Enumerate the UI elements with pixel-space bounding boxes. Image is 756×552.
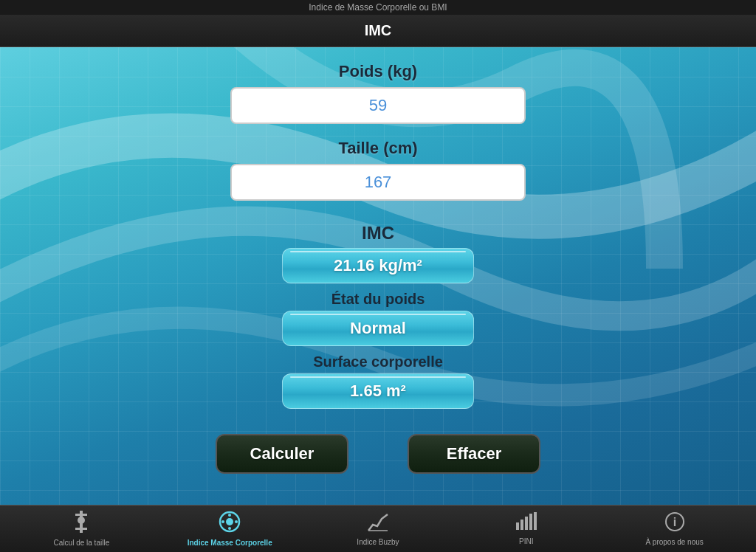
weight-input[interactable] — [232, 89, 524, 123]
action-buttons: Calculer Effacer — [216, 434, 540, 474]
clear-button[interactable]: Effacer — [408, 434, 540, 474]
svg-point-9 — [235, 520, 238, 523]
etat-value: Normal — [350, 319, 406, 338]
tab-pini-label: PINI — [519, 537, 533, 546]
tab-calcul-taille[interactable]: Calcul de la taille — [7, 506, 156, 552]
height-input-container — [230, 164, 526, 201]
height-label: Taille (cm) — [338, 139, 417, 158]
top-bar-title: Indice de Masse Corporelle ou BMI — [309, 2, 447, 13]
tab-buzby[interactable]: Indice Buzby — [304, 506, 453, 552]
imc-title: IMC — [362, 223, 394, 244]
pini-icon — [515, 512, 537, 536]
svg-rect-11 — [516, 522, 519, 530]
surface-label: Surface corporelle — [313, 353, 443, 370]
apropos-icon: i — [664, 511, 685, 537]
svg-text:i: i — [673, 516, 676, 528]
svg-rect-13 — [525, 517, 528, 530]
svg-point-5 — [226, 518, 233, 525]
etat-value-box: Normal — [282, 311, 474, 346]
tab-apropos-label: À propos de nous — [645, 538, 703, 547]
imc-value-box: 21.16 kg/m² — [282, 248, 474, 283]
tab-imc[interactable]: Indice Masse Corporelle — [156, 506, 304, 552]
calcul-taille-icon — [71, 511, 92, 537]
content-area: Poids (kg) Taille (cm) IMC 21.16 kg/m² É… — [0, 47, 756, 505]
buzby-icon — [367, 511, 389, 537]
svg-point-6 — [228, 514, 231, 517]
tab-buzby-label: Indice Buzby — [357, 538, 399, 547]
svg-rect-2 — [75, 528, 87, 530]
svg-point-8 — [221, 520, 224, 523]
svg-rect-14 — [529, 514, 532, 530]
svg-rect-15 — [534, 512, 537, 530]
svg-rect-1 — [75, 514, 87, 516]
surface-value-box: 1.65 m² — [282, 373, 474, 409]
header: IMC — [0, 15, 756, 47]
imc-section: IMC 21.16 kg/m² État du poids Normal Sur… — [282, 223, 474, 412]
imc-icon — [219, 511, 241, 537]
etat-label: État du poids — [331, 291, 425, 308]
imc-value: 21.16 kg/m² — [334, 256, 422, 275]
height-input[interactable] — [232, 165, 524, 199]
header-title: IMC — [365, 22, 392, 39]
tab-calcul-taille-label: Calcul de la taille — [54, 539, 110, 548]
main-content: Poids (kg) Taille (cm) IMC 21.16 kg/m² É… — [0, 47, 756, 505]
tab-apropos[interactable]: i À propos de nous — [600, 506, 749, 552]
weight-input-container — [230, 87, 526, 124]
tab-pini[interactable]: PINI — [452, 506, 600, 552]
svg-point-3 — [78, 517, 85, 524]
tab-imc-label: Indice Masse Corporelle — [188, 539, 272, 548]
surface-value: 1.65 m² — [350, 382, 406, 401]
top-bar: Indice de Masse Corporelle ou BMI — [0, 0, 756, 15]
tab-bar: Calcul de la taille Indice Masse Corpore… — [0, 505, 756, 552]
weight-label: Poids (kg) — [339, 62, 417, 81]
svg-point-7 — [228, 527, 231, 530]
svg-rect-12 — [520, 520, 523, 530]
calculate-button[interactable]: Calculer — [216, 434, 348, 474]
